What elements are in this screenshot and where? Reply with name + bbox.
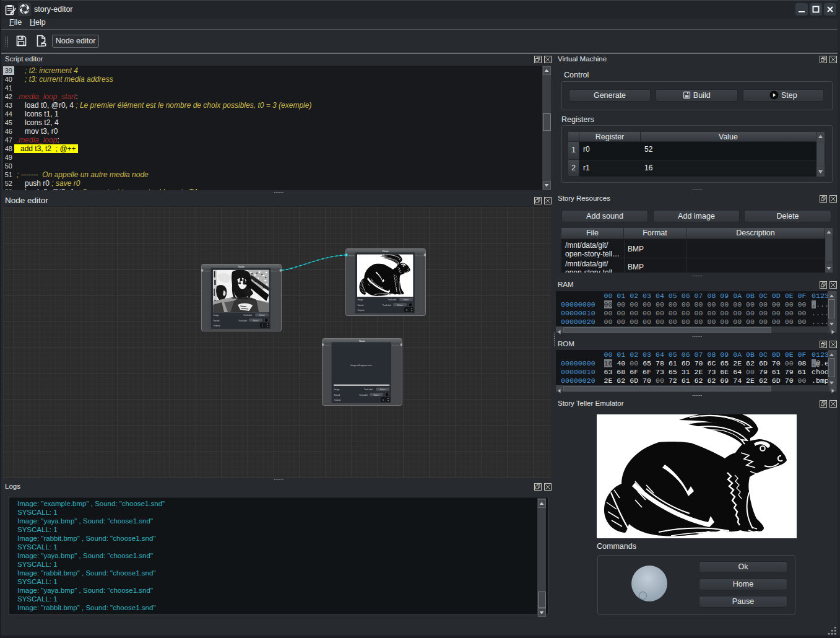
svg-text:Select: Select [404, 299, 409, 301]
svg-text:Select: Select [253, 320, 259, 322]
svg-text:Image will appear here: Image will appear here [350, 364, 371, 367]
svg-text:Select: Select [259, 314, 265, 317]
svg-text:Outputs: Outputs [214, 325, 221, 327]
svg-text:1: 1 [406, 309, 407, 312]
svg-text:Outputs: Outputs [358, 309, 365, 312]
svg-text:1: 1 [383, 399, 384, 401]
svg-text:Image: Image [334, 388, 340, 391]
svg-text:Sound: Sound [358, 304, 364, 307]
svg-text:Outputs: Outputs [334, 399, 342, 401]
svg-text:Node: Node [359, 339, 366, 343]
svg-text:Sound: Sound [214, 320, 220, 322]
svg-text:TextLabel: TextLabel [388, 299, 396, 301]
svg-text:Sound: Sound [334, 394, 340, 396]
svg-text:1: 1 [262, 325, 263, 327]
svg-text:Port Out: Port Out [415, 255, 422, 257]
svg-text:Select: Select [380, 388, 386, 391]
svg-text:Port In: Port In [205, 270, 210, 273]
svg-text:Select: Select [374, 394, 379, 396]
svg-text:Port Out: Port Out [271, 270, 278, 273]
svg-text:TextLabel: TextLabel [359, 394, 368, 396]
svg-text:Select: Select [397, 304, 403, 307]
svg-text:Image: Image [358, 299, 363, 301]
svg-text:TextLabel: TextLabel [238, 320, 247, 322]
svg-text:TextLabel: TextLabel [364, 388, 373, 391]
svg-text:Port Out: Port Out [392, 344, 399, 347]
svg-text:TextLabel: TextLabel [383, 304, 391, 307]
svg-text:Port In: Port In [326, 344, 331, 347]
svg-text:Image: Image [214, 314, 219, 317]
svg-text:TextLabel: TextLabel [243, 314, 252, 317]
svg-text:Node: Node [238, 265, 245, 268]
svg-text:Port In: Port In [349, 255, 355, 257]
svg-text:Node: Node [383, 250, 389, 253]
